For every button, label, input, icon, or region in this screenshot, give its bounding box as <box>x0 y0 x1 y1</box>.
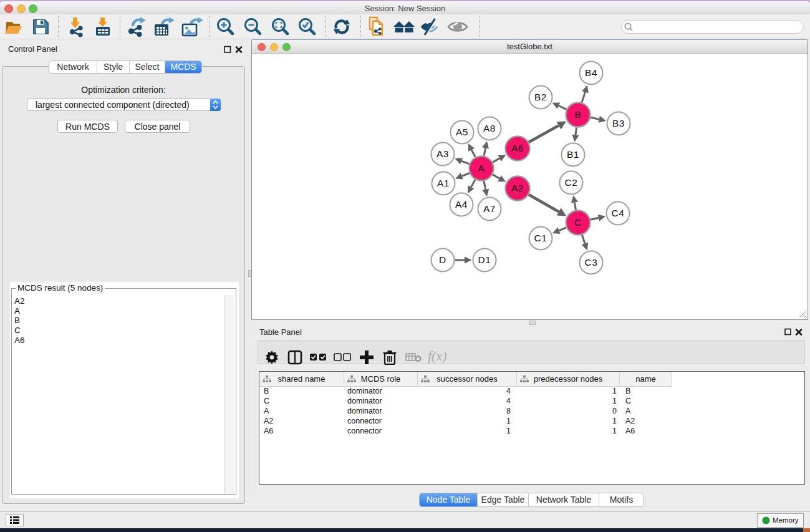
svg-text:A8: A8 <box>483 123 496 133</box>
svg-text:C3: C3 <box>584 257 597 268</box>
svg-text:B4: B4 <box>585 67 597 78</box>
svg-text:C4: C4 <box>611 208 624 218</box>
svg-text:A2: A2 <box>511 183 524 193</box>
svg-text:B1: B1 <box>567 149 579 160</box>
svg-text:D: D <box>439 254 446 265</box>
svg-text:C: C <box>574 217 582 228</box>
svg-text:A5: A5 <box>456 127 468 137</box>
svg-text:C1: C1 <box>534 233 547 243</box>
svg-text:A3: A3 <box>436 148 449 159</box>
svg-text:A7: A7 <box>483 203 496 214</box>
svg-text:A6: A6 <box>511 143 524 153</box>
svg-text:B3: B3 <box>612 118 625 128</box>
svg-text:D1: D1 <box>478 254 491 265</box>
svg-text:A1: A1 <box>437 178 450 188</box>
svg-text:B: B <box>575 109 582 120</box>
svg-text:A4: A4 <box>455 199 468 210</box>
svg-text:B2: B2 <box>534 92 547 102</box>
svg-text:A: A <box>478 163 485 173</box>
svg-text:C2: C2 <box>564 177 577 188</box>
